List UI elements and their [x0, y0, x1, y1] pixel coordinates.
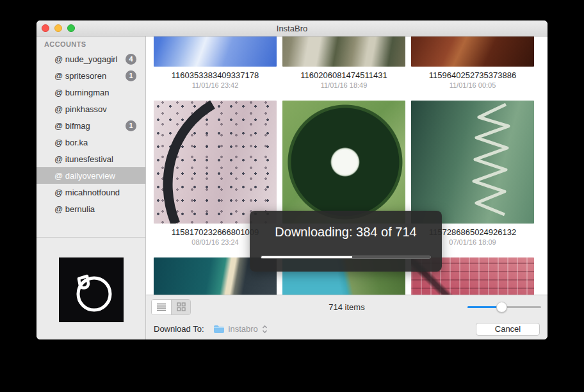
window-title: InstaBro — [36, 24, 548, 33]
download-progress-overlay: Downloading: 384 of 714 — [250, 211, 442, 272]
photo-grid-viewport: 1160353383409337178 11/01/16 23:42 11602… — [146, 37, 548, 295]
photo-cell: 1159640252735373886 11/01/16 00:05 — [411, 37, 534, 101]
slider-thumb[interactable] — [496, 302, 507, 313]
cancel-button[interactable]: Cancel — [476, 323, 540, 336]
account-label: @ bor.ka — [54, 138, 88, 147]
account-label: @ bernulia — [54, 204, 95, 214]
account-item[interactable]: @ bernulia — [36, 200, 145, 217]
account-label: @ spritesoren — [54, 71, 106, 81]
view-mode-segmented-control — [151, 299, 191, 315]
folder-name: instabro — [229, 324, 258, 334]
grid-view-button[interactable] — [171, 300, 190, 314]
download-progress-bar — [261, 256, 431, 259]
photo-thumbnail[interactable] — [282, 101, 405, 224]
account-item[interactable]: @ burningman — [36, 84, 145, 101]
photo-id: 1159640252735373886 — [411, 70, 534, 81]
road-art — [154, 101, 277, 224]
accounts-sidebar: ACCOUNTS @ nude_yogagirl 4 @ spritesoren… — [36, 37, 146, 339]
camera-logo-icon — [59, 257, 124, 322]
title-bar: InstaBro — [36, 20, 548, 37]
account-item[interactable]: @ itunesfestival — [36, 151, 145, 167]
account-item[interactable]: @ bifmag 1 — [36, 117, 145, 134]
account-label: @ pinkhassov — [54, 104, 107, 114]
avatar-area — [36, 237, 145, 339]
folder-icon — [213, 325, 225, 334]
account-label: @ dailyoverview — [54, 171, 115, 181]
account-item[interactable]: @ micahnotfound — [36, 184, 145, 200]
switchback-art — [411, 101, 534, 224]
photo-date: 11/01/16 23:42 — [154, 81, 277, 90]
account-item[interactable]: @ spritesoren 1 — [36, 67, 145, 84]
photo-date: 11/01/16 18:49 — [282, 81, 405, 90]
photo-cell: 1160353383409337178 11/01/16 23:42 — [154, 37, 277, 101]
account-label: @ burningman — [54, 88, 109, 97]
toolbar: 714 items — [146, 295, 548, 318]
unread-badge: 1 — [126, 70, 136, 81]
download-to-label: Download To: — [154, 324, 204, 334]
download-progress-fill — [261, 256, 352, 258]
photo-thumbnail[interactable] — [154, 101, 277, 224]
photo-thumbnail[interactable] — [154, 37, 277, 67]
account-item[interactable]: @ bor.ka — [36, 134, 145, 151]
thumbnail-size-slider[interactable] — [467, 302, 541, 313]
list-view-icon — [156, 303, 166, 311]
download-folder-select[interactable]: instabro — [213, 324, 268, 334]
photo-thumbnail[interactable] — [411, 101, 534, 224]
account-label: @ nude_yogagirl — [54, 54, 117, 64]
account-label: @ bifmag — [54, 121, 90, 131]
account-item[interactable]: @ nude_yogagirl 4 — [36, 51, 145, 67]
list-view-button[interactable] — [152, 300, 171, 314]
unread-badge: 4 — [126, 54, 136, 65]
grid-view-icon — [177, 302, 186, 311]
photo-id: 1160206081474511431 — [282, 70, 405, 81]
accounts-header: ACCOUNTS — [36, 37, 145, 49]
photo-date: 11/01/16 00:05 — [411, 81, 534, 90]
bottom-bar: Download To: instabro Cancel — [146, 318, 548, 339]
download-status-text: Downloading: 384 of 714 — [250, 225, 442, 240]
unread-badge: 1 — [126, 120, 136, 131]
photo-thumbnail[interactable] — [282, 37, 405, 67]
account-label: @ micahnotfound — [54, 188, 120, 197]
photo-thumbnail[interactable] — [411, 37, 534, 67]
app-window: InstaBro ACCOUNTS @ nude_yogagirl 4 @ sp… — [36, 20, 548, 339]
account-label: @ itunesfestival — [54, 154, 113, 164]
chevron-up-down-icon — [262, 325, 268, 334]
account-item-selected[interactable]: @ dailyoverview — [36, 167, 145, 184]
photo-cell: 1160206081474511431 11/01/16 18:49 — [282, 37, 405, 101]
account-avatar — [59, 257, 124, 322]
account-item[interactable]: @ pinkhassov — [36, 101, 145, 117]
account-list: @ nude_yogagirl 4 @ spritesoren 1 @ burn… — [36, 51, 145, 236]
photo-id: 1160353383409337178 — [154, 70, 277, 81]
